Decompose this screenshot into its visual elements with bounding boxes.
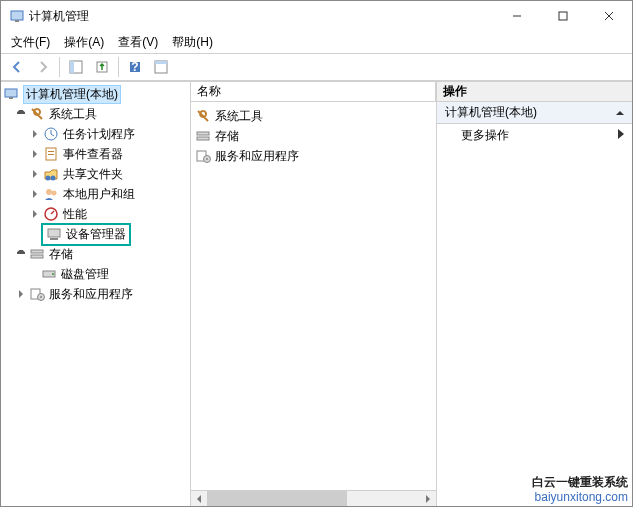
- collapse-icon[interactable]: [15, 108, 27, 120]
- svg-rect-34: [197, 137, 209, 140]
- properties-button[interactable]: [149, 55, 173, 79]
- storage-icon: [29, 246, 45, 262]
- expand-icon[interactable]: [29, 128, 41, 140]
- minimize-button[interactable]: [494, 1, 540, 31]
- tree-label: 存储: [49, 246, 73, 263]
- disk-icon: [41, 266, 57, 282]
- horizontal-scrollbar[interactable]: [191, 490, 436, 506]
- tree-storage[interactable]: 存储: [1, 244, 190, 264]
- tree-label: 性能: [63, 206, 87, 223]
- menu-view[interactable]: 查看(V): [112, 32, 164, 53]
- tree-label: 磁盘管理: [61, 266, 109, 283]
- tree-label: 系统工具: [49, 106, 97, 123]
- tree-task-scheduler[interactable]: 任务计划程序: [1, 124, 190, 144]
- title-bar: 计算机管理: [1, 1, 632, 31]
- svg-point-19: [46, 176, 51, 181]
- share-icon: [43, 166, 59, 182]
- list-label: 服务和应用程序: [215, 148, 299, 165]
- list-item[interactable]: 系统工具: [191, 106, 436, 126]
- actions-pane: 操作 计算机管理(本地) 更多操作: [437, 82, 632, 506]
- tools-icon: [29, 106, 45, 122]
- tree-local-users[interactable]: 本地用户和组: [1, 184, 190, 204]
- show-hide-tree-button[interactable]: [64, 55, 88, 79]
- back-button[interactable]: [5, 55, 29, 79]
- event-icon: [43, 146, 59, 162]
- tree-systools[interactable]: 系统工具: [1, 104, 190, 124]
- storage-icon: [195, 128, 211, 144]
- list-label: 存储: [215, 128, 239, 145]
- svg-point-20: [51, 176, 56, 181]
- svg-rect-33: [197, 132, 209, 135]
- tree-root[interactable]: 计算机管理(本地): [1, 84, 190, 104]
- svg-rect-26: [31, 250, 43, 253]
- menu-help[interactable]: 帮助(H): [166, 32, 219, 53]
- svg-point-29: [52, 273, 54, 275]
- svg-point-22: [52, 191, 57, 196]
- tree-device-manager[interactable]: 设备管理器: [1, 224, 190, 244]
- list: 系统工具 存储 服务和应用程序: [191, 102, 436, 490]
- svg-text:?: ?: [131, 60, 138, 74]
- services-icon: [195, 148, 211, 164]
- svg-rect-24: [48, 229, 60, 237]
- actions-header: 操作: [437, 82, 632, 102]
- export-button[interactable]: [90, 55, 114, 79]
- svg-rect-1: [15, 20, 19, 22]
- svg-point-21: [46, 189, 52, 195]
- tree-shared-folders[interactable]: 共享文件夹: [1, 164, 190, 184]
- svg-rect-17: [48, 151, 54, 152]
- help-button[interactable]: ?: [123, 55, 147, 79]
- tree-services[interactable]: 服务和应用程序: [1, 284, 190, 304]
- tree-pane: 计算机管理(本地) 系统工具 任务计划程序 事件查看器 共享文件夹: [1, 82, 191, 506]
- svg-rect-25: [50, 238, 58, 240]
- scroll-left-icon[interactable]: [191, 491, 207, 507]
- close-button[interactable]: [586, 1, 632, 31]
- tree-root-label: 计算机管理(本地): [23, 85, 121, 104]
- expand-icon[interactable]: [15, 288, 27, 300]
- device-icon: [46, 226, 62, 242]
- services-icon: [29, 286, 45, 302]
- menu-file[interactable]: 文件(F): [5, 32, 56, 53]
- maximize-button[interactable]: [540, 1, 586, 31]
- scroll-right-icon[interactable]: [420, 491, 436, 507]
- svg-rect-3: [559, 12, 567, 20]
- tree: 计算机管理(本地) 系统工具 任务计划程序 事件查看器 共享文件夹: [1, 82, 190, 306]
- scroll-thumb[interactable]: [207, 491, 347, 506]
- tree-label: 服务和应用程序: [49, 286, 133, 303]
- tree-label: 任务计划程序: [63, 126, 135, 143]
- actions-context-label: 计算机管理(本地): [445, 104, 537, 121]
- more-actions-label: 更多操作: [461, 127, 509, 144]
- main-body: 计算机管理(本地) 系统工具 任务计划程序 事件查看器 共享文件夹: [1, 81, 632, 506]
- tree-event-viewer[interactable]: 事件查看器: [1, 144, 190, 164]
- expand-icon[interactable]: [29, 188, 41, 200]
- svg-point-37: [206, 158, 208, 160]
- tree-label: 本地用户和组: [63, 186, 135, 203]
- toolbar: ?: [1, 53, 632, 81]
- svg-rect-7: [70, 61, 74, 73]
- tree-performance[interactable]: 性能: [1, 204, 190, 224]
- svg-rect-27: [31, 255, 43, 258]
- column-name: 名称: [197, 83, 221, 100]
- list-item[interactable]: 服务和应用程序: [191, 146, 436, 166]
- menu-action[interactable]: 操作(A): [58, 32, 110, 53]
- expand-icon[interactable]: [29, 168, 41, 180]
- svg-rect-12: [155, 61, 167, 64]
- scroll-track[interactable]: [207, 491, 420, 506]
- more-actions[interactable]: 更多操作: [437, 124, 632, 146]
- clock-icon: [43, 126, 59, 142]
- tree-disk-mgmt[interactable]: 磁盘管理: [1, 264, 190, 284]
- list-header[interactable]: 名称: [191, 82, 436, 102]
- actions-context[interactable]: 计算机管理(本地): [437, 102, 632, 124]
- menu-bar: 文件(F) 操作(A) 查看(V) 帮助(H): [1, 31, 632, 53]
- expand-icon[interactable]: [29, 148, 41, 160]
- tree-label: 共享文件夹: [63, 166, 123, 183]
- list-item[interactable]: 存储: [191, 126, 436, 146]
- tree-label: 事件查看器: [63, 146, 123, 163]
- expand-icon[interactable]: [29, 208, 41, 220]
- tree-label: 设备管理器: [66, 226, 126, 243]
- forward-button[interactable]: [31, 55, 55, 79]
- list-label: 系统工具: [215, 108, 263, 125]
- users-icon: [43, 186, 59, 202]
- svg-rect-14: [9, 97, 13, 99]
- collapse-icon[interactable]: [15, 248, 27, 260]
- svg-rect-13: [5, 89, 17, 97]
